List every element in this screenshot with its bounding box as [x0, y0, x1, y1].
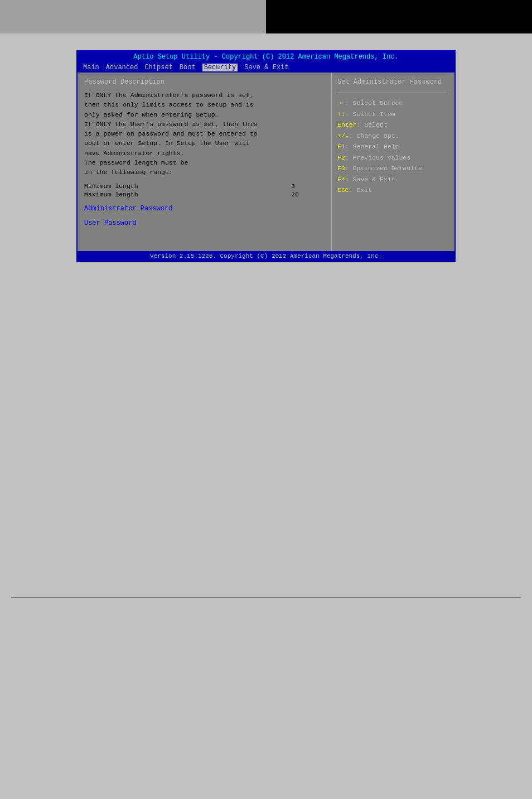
- key-help-f1: F1: General Help: [337, 141, 449, 152]
- password-description: If ONLY the Administrator's password is …: [84, 90, 325, 177]
- password-section-title: Password Description: [84, 78, 325, 86]
- desc-line-7: have Administrator rights.: [84, 150, 184, 157]
- desc-line-9: in the following range:: [84, 169, 173, 176]
- key-help-esc: ESC: Exit: [337, 185, 449, 196]
- key-arrows-ud: ↑↓: [337, 110, 345, 118]
- key-plus-minus: +/-: [337, 132, 349, 139]
- bios-menu-bar: Main Advanced Chipset Boot Security Save…: [78, 62, 454, 73]
- bios-title: Aptio Setup Utility - Copyright (C) 2012…: [133, 53, 398, 61]
- max-length-label: Maximum length: [84, 191, 291, 198]
- key-change-opt-desc: : Change Opt.: [349, 132, 399, 139]
- key-select-screen-desc: : Select Screen: [345, 99, 403, 107]
- desc-line-2: then this only limits access to Setup an…: [84, 101, 254, 108]
- desc-line-1: If ONLY the Administrator's password is …: [84, 92, 254, 99]
- bios-footer-text: Version 2.15.1226. Copyright (C) 2012 Am…: [150, 253, 382, 259]
- min-length-value: 3: [291, 182, 325, 190]
- min-length-label: Minimum length: [84, 182, 291, 190]
- bios-right-panel: Set Administrator Password →←: Select Sc…: [332, 73, 454, 251]
- key-help-change-opt: +/-: Change Opt.: [337, 131, 449, 142]
- key-f3-desc: : Optimized Defaults: [345, 165, 422, 172]
- top-bar-left: [0, 0, 266, 33]
- key-enter: Enter: [337, 121, 357, 128]
- menu-item-security[interactable]: Security: [202, 64, 238, 71]
- key-help-f4: F4: Save & Exit: [337, 174, 449, 185]
- right-panel-divider: [337, 93, 449, 93]
- key-f2-desc: : Previous Values: [345, 154, 410, 161]
- bios-left-panel: Password Description If ONLY the Adminis…: [78, 73, 332, 251]
- administrator-password-link[interactable]: Administrator Password: [84, 205, 325, 213]
- bios-title-bar: Aptio Setup Utility - Copyright (C) 2012…: [78, 51, 454, 62]
- menu-item-chipset[interactable]: Chipset: [144, 64, 172, 71]
- top-bar-right: [266, 0, 532, 33]
- key-enter-desc: : Select: [357, 121, 388, 128]
- key-help-select-item: ↑↓: Select Item: [337, 109, 449, 120]
- bios-footer: Version 2.15.1226. Copyright (C) 2012 Am…: [78, 251, 454, 261]
- key-f1-desc: : General Help: [345, 143, 399, 150]
- desc-line-6: boot or enter Setup. In Setup the User w…: [84, 139, 250, 147]
- key-help-f3: F3: Optimized Defaults: [337, 163, 449, 174]
- key-help-section: →←: Select Screen ↑↓: Select Item Enter:…: [337, 98, 449, 196]
- top-header-bar: [0, 0, 532, 33]
- right-panel-help-text: Set Administrator Password: [337, 78, 449, 86]
- menu-item-save-exit[interactable]: Save & Exit: [244, 64, 288, 71]
- max-length-value: 20: [291, 191, 325, 198]
- max-length-row: Maximum length 20: [84, 191, 325, 198]
- key-help-f2: F2: Previous Values: [337, 152, 449, 163]
- desc-line-3: only asked for when entering Setup.: [84, 111, 219, 118]
- key-f4: F4: [337, 176, 345, 183]
- key-f2: F2: [337, 154, 345, 161]
- user-password-link[interactable]: User Password: [84, 219, 325, 227]
- key-f3: F3: [337, 165, 345, 172]
- menu-item-boot[interactable]: Boot: [180, 64, 196, 71]
- key-help-enter: Enter: Select: [337, 119, 449, 131]
- bios-content-area: Password Description If ONLY the Adminis…: [78, 73, 454, 251]
- desc-line-5: is a power on password and must be enter…: [84, 130, 258, 137]
- desc-line-4: If ONLY the User's password is set, then…: [84, 121, 258, 128]
- key-f4-desc: : Save & Exit: [345, 176, 395, 183]
- key-arrows-lr: →←: [337, 99, 345, 107]
- key-help-select-screen: →←: Select Screen: [337, 98, 449, 109]
- key-select-item-desc: : Select Item: [345, 110, 395, 118]
- key-esc-desc: : Exit: [349, 186, 372, 194]
- min-length-row: Minimum length 3: [84, 182, 325, 190]
- key-esc: ESC: [337, 186, 349, 194]
- desc-line-8: The password length must be: [84, 159, 188, 166]
- bottom-divider: [11, 597, 521, 598]
- menu-item-main[interactable]: Main: [83, 64, 99, 71]
- menu-item-advanced[interactable]: Advanced: [106, 64, 138, 71]
- key-f1: F1: [337, 143, 345, 150]
- bios-container: Aptio Setup Utility - Copyright (C) 2012…: [76, 50, 456, 262]
